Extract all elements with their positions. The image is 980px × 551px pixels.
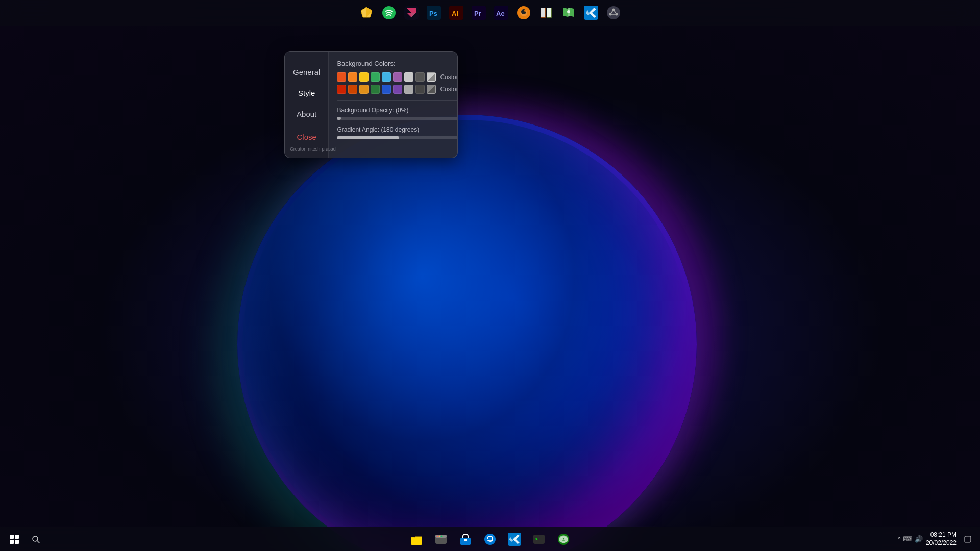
system-clock[interactable]: 08:21 PM 20/02/2022 — [926, 531, 957, 547]
desktop-orb — [237, 115, 697, 551]
dock-icon-spotify[interactable] — [378, 2, 400, 23]
svg-point-18 — [524, 10, 526, 12]
settings-panel: General Style About Close Creator: nites… — [284, 51, 458, 158]
svg-text:Ai: Ai — [452, 10, 458, 17]
color-row-1: Custom — [337, 72, 458, 82]
desktop-background — [0, 0, 980, 551]
custom-label-2: Custom — [440, 86, 458, 93]
windows-logo — [10, 535, 19, 544]
dock-icon-blender[interactable] — [513, 2, 534, 23]
notification-button[interactable] — [960, 531, 976, 547]
opacity-slider[interactable] — [337, 117, 458, 120]
svg-text:Ps: Ps — [429, 10, 437, 17]
gradient-fill — [337, 136, 399, 139]
svg-point-39 — [437, 535, 438, 537]
tray-volume[interactable]: 🔊 — [915, 535, 923, 543]
svg-point-49 — [561, 535, 566, 538]
taskbar-file-explorer[interactable] — [405, 528, 428, 550]
dock-icon-photoshop[interactable]: Ps — [423, 2, 445, 23]
svg-text:Pr: Pr — [474, 10, 481, 17]
dock-icon-aftereffects[interactable]: Ae — [491, 2, 512, 23]
taskbar-edge[interactable] — [479, 528, 501, 550]
svg-point-41 — [441, 535, 443, 537]
clock-date: 20/02/2022 — [926, 539, 957, 547]
taskbar-store[interactable] — [454, 528, 477, 550]
svg-rect-51 — [965, 536, 971, 542]
svg-point-40 — [439, 535, 440, 537]
orb-inner — [242, 120, 692, 551]
gradient-section: Gradient Angle: (180 degrees) — [337, 126, 458, 139]
svg-rect-20 — [541, 8, 545, 17]
color-swatch-c1[interactable] — [337, 72, 346, 82]
creator-credit: Creator: nitesh-prasad — [287, 144, 339, 154]
app-dock: Ps Ai Pr Ae — [0, 0, 980, 26]
color-swatch-c8[interactable] — [415, 72, 425, 82]
color-swatch-d6[interactable] — [393, 85, 402, 94]
taskbar-right: ^ ⌨ 🔊 08:21 PM 20/02/2022 — [898, 531, 976, 547]
gradient-slider[interactable] — [337, 136, 458, 139]
taskbar-xbox[interactable] — [552, 528, 575, 550]
color-swatch-c2[interactable] — [348, 72, 357, 82]
taskbar-explorer[interactable] — [430, 528, 452, 550]
dock-icon-share[interactable] — [603, 2, 624, 23]
svg-text:>_: >_ — [535, 536, 542, 542]
dock-icon-framer[interactable] — [401, 2, 422, 23]
dock-icon-sketch[interactable] — [356, 2, 377, 23]
tray-icons: ^ ⌨ 🔊 — [898, 535, 923, 543]
taskbar-center: >_ — [405, 528, 575, 550]
dock-icon-premiere[interactable]: Pr — [468, 2, 489, 23]
svg-line-35 — [37, 541, 39, 543]
taskbar: >_ ^ ⌨ 🔊 08:21 PM 20/02/2022 — [0, 527, 980, 551]
color-swatch-c6[interactable] — [393, 72, 402, 82]
custom-label-1: Custom — [440, 73, 458, 81]
svg-rect-43 — [464, 539, 467, 541]
dock-icon-books[interactable] — [535, 2, 557, 23]
color-swatch-d3[interactable] — [359, 85, 369, 94]
color-swatch-c7[interactable] — [404, 72, 413, 82]
search-button[interactable] — [26, 529, 46, 549]
tray-chevron[interactable]: ^ — [898, 535, 901, 543]
color-swatch-c4[interactable] — [371, 72, 380, 82]
color-swatch-d7[interactable] — [404, 85, 413, 94]
separator-1 — [337, 100, 458, 101]
sidebar-item-general[interactable]: General — [285, 62, 328, 83]
color-swatch-d1[interactable] — [337, 85, 346, 94]
custom-swatch-2[interactable] — [427, 85, 436, 94]
svg-point-44 — [484, 534, 496, 545]
settings-content: Background Colors: Custom Custo — [329, 52, 458, 158]
color-swatch-d4[interactable] — [371, 85, 380, 94]
color-swatch-c3[interactable] — [359, 72, 369, 82]
opacity-fill — [337, 117, 340, 120]
dock-icon-maps[interactable] — [558, 2, 579, 23]
dock-icon-vscode[interactable] — [580, 2, 602, 23]
start-button[interactable] — [4, 529, 24, 549]
svg-text:Ae: Ae — [496, 10, 505, 17]
taskbar-left — [0, 529, 46, 549]
custom-swatch-1[interactable] — [427, 72, 436, 82]
svg-point-25 — [567, 10, 570, 13]
opacity-section: Background Opacity: (0%) — [337, 107, 458, 120]
color-row-2: Custom — [337, 85, 458, 94]
color-swatch-d8[interactable] — [415, 85, 425, 94]
dock-icon-illustrator[interactable]: Ai — [446, 2, 467, 23]
taskbar-terminal[interactable]: >_ — [528, 528, 550, 550]
svg-rect-22 — [547, 8, 551, 17]
color-swatch-c5[interactable] — [382, 72, 391, 82]
color-swatch-d5[interactable] — [382, 85, 391, 94]
svg-point-27 — [607, 6, 620, 19]
clock-time: 08:21 PM — [926, 531, 957, 539]
opacity-label: Background Opacity: (0%) — [337, 107, 458, 114]
color-swatch-d2[interactable] — [348, 85, 357, 94]
tray-keyboard[interactable]: ⌨ — [903, 535, 913, 543]
svg-point-50 — [561, 540, 566, 543]
sidebar-item-about[interactable]: About — [285, 104, 328, 124]
taskbar-vscode[interactable] — [503, 528, 526, 550]
bg-colors-label: Background Colors: — [337, 60, 458, 67]
gradient-label: Gradient Angle: (180 degrees) — [337, 126, 458, 133]
sidebar-item-style[interactable]: Style — [285, 83, 328, 104]
settings-sidebar: General Style About Close Creator: nites… — [285, 52, 329, 158]
